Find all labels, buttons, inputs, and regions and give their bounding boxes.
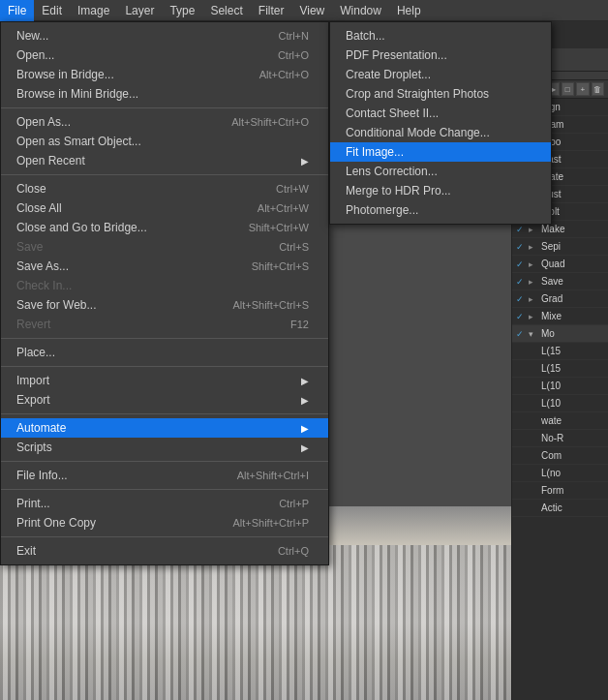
menu-select[interactable]: Select — [202, 0, 250, 21]
menu-item-label: File Info... — [16, 469, 68, 482]
menu-item-label: Close and Go to Bridge... — [16, 221, 147, 234]
menu-item-open-recent[interactable]: Open Recent▶ — [1, 151, 328, 170]
menu-item-print---[interactable]: Print...Ctrl+P — [1, 494, 328, 513]
action-check-icon: ✓ — [516, 259, 526, 269]
menu-file[interactable]: File — [0, 0, 34, 21]
menu-item-label: Save for Web... — [16, 298, 96, 312]
menu-item-file-info---[interactable]: File Info...Alt+Shift+Ctrl+I — [1, 466, 328, 485]
menu-item-label: Print One Copy — [16, 516, 96, 530]
automate-item-batch---[interactable]: Batch... — [330, 26, 551, 46]
menu-item-open-as-smart-object---[interactable]: Open as Smart Object... — [1, 132, 328, 151]
action-name: Make — [541, 224, 604, 234]
menu-item-place---[interactable]: Place... — [1, 343, 328, 362]
automate-item-crop-and-straighten-photos[interactable]: Crop and Straighten Photos — [330, 84, 551, 104]
automate-item-photomerge---[interactable]: Photomerge... — [330, 200, 551, 220]
action-check-icon: ✓ — [516, 242, 526, 252]
menu-item-export[interactable]: Export▶ — [1, 390, 328, 410]
action-check-icon: ✓ — [516, 277, 526, 287]
menu-item-open-as---[interactable]: Open As...Alt+Shift+Ctrl+O — [1, 112, 328, 132]
menu-item-print-one-copy[interactable]: Print One CopyAlt+Shift+Ctrl+P — [1, 513, 328, 533]
action-row[interactable]: Actic — [512, 500, 608, 517]
automate-item-pdf-presentation---[interactable]: PDF Presentation... — [330, 46, 551, 65]
action-row[interactable]: Com — [512, 447, 608, 465]
action-name: Mixe — [541, 311, 604, 321]
action-icon: ▸ — [529, 294, 538, 304]
automate-item-label: Batch... — [346, 29, 385, 43]
action-row[interactable]: L(10 — [512, 395, 608, 412]
automate-item-create-droplet---[interactable]: Create Droplet... — [330, 65, 551, 84]
menu-item-save: SaveCtrl+S — [1, 237, 328, 257]
action-icon: ▸ — [529, 259, 538, 269]
automate-item-merge-to-hdr-pro---[interactable]: Merge to HDR Pro... — [330, 181, 551, 200]
menu-item-label: New... — [16, 29, 48, 43]
action-row[interactable]: L(15 — [512, 360, 608, 378]
action-row[interactable]: No-R — [512, 430, 608, 447]
action-name: L(15 — [541, 363, 604, 374]
menu-shortcut: Alt+Shift+Ctrl+I — [237, 470, 309, 481]
action-row[interactable]: ✓▸Grad — [512, 290, 608, 308]
menu-item-label: Open... — [16, 48, 54, 62]
action-row[interactable]: Form — [512, 482, 608, 500]
action-row[interactable]: L(10 — [512, 378, 608, 395]
menu-item-label: Scripts — [16, 441, 52, 454]
menu-item-label: Save As... — [16, 259, 69, 273]
menu-separator — [1, 107, 328, 108]
menu-layer[interactable]: Layer — [117, 0, 162, 21]
menu-item-browse-in-bridge---[interactable]: Browse in Bridge...Alt+Ctrl+O — [1, 65, 328, 84]
action-row[interactable]: ✓▸Quad — [512, 256, 608, 273]
actions-delete-btn[interactable]: 🗑 — [592, 82, 605, 96]
action-row[interactable]: L(15 — [512, 343, 608, 360]
menu-view[interactable]: View — [291, 0, 332, 21]
menu-item-close-and-go-to-bridge---[interactable]: Close and Go to Bridge...Shift+Ctrl+W — [1, 218, 328, 237]
menu-shortcut: F12 — [290, 319, 309, 330]
menu-separator — [1, 366, 328, 367]
menu-type[interactable]: Type — [162, 0, 202, 21]
menu-item-browse-in-mini-bridge---[interactable]: Browse in Mini Bridge... — [1, 84, 328, 104]
automate-submenu: Batch...PDF Presentation...Create Drople… — [329, 21, 552, 225]
action-row[interactable]: ✓▸Mixe — [512, 308, 608, 325]
menu-item-close-all[interactable]: Close AllAlt+Ctrl+W — [1, 198, 328, 218]
action-name: No-R — [541, 433, 604, 443]
actions-folder-btn[interactable]: □ — [562, 82, 575, 96]
menu-shortcut: Ctrl+Q — [278, 545, 309, 557]
menu-item-label: Save — [16, 240, 43, 254]
menu-item-automate[interactable]: Automate▶ — [1, 418, 328, 438]
automate-item-fit-image---[interactable]: Fit Image... — [330, 142, 551, 162]
action-row[interactable]: ✓▾Mo — [512, 325, 608, 343]
action-row[interactable]: wate — [512, 412, 608, 430]
menu-shortcut: Ctrl+O — [278, 49, 309, 61]
menu-edit[interactable]: Edit — [34, 0, 70, 21]
submenu-arrow-icon: ▶ — [301, 376, 309, 386]
menu-item-open---[interactable]: Open...Ctrl+O — [1, 46, 328, 65]
automate-item-lens-correction---[interactable]: Lens Correction... — [330, 162, 551, 181]
submenu-arrow-icon: ▶ — [301, 395, 309, 406]
menu-filter[interactable]: Filter — [251, 0, 292, 21]
menu-item-label: Revert — [16, 318, 50, 331]
menu-window[interactable]: Window — [332, 0, 389, 21]
menu-item-label: Place... — [16, 346, 55, 359]
automate-item-label: Merge to HDR Pro... — [346, 184, 451, 198]
menu-item-new---[interactable]: New...Ctrl+N — [1, 26, 328, 46]
menu-item-label: Print... — [16, 497, 50, 510]
menu-item-scripts[interactable]: Scripts▶ — [1, 438, 328, 457]
actions-new-btn[interactable]: + — [576, 82, 590, 96]
automate-item-conditional-mode-change---[interactable]: Conditional Mode Change... — [330, 123, 551, 142]
action-row[interactable]: ✓▸Save — [512, 273, 608, 290]
action-name: L(10 — [541, 380, 604, 391]
menu-item-import[interactable]: Import▶ — [1, 371, 328, 390]
action-row[interactable]: L(no — [512, 465, 608, 482]
menu-help[interactable]: Help — [389, 0, 429, 21]
folder-open-icon: ▾ — [529, 329, 538, 339]
action-check-icon: ✓ — [516, 225, 526, 234]
menu-item-close[interactable]: CloseCtrl+W — [1, 179, 328, 198]
menu-image[interactable]: Image — [70, 0, 117, 21]
menu-item-exit[interactable]: ExitCtrl+Q — [1, 541, 328, 561]
automate-item-contact-sheet-ii---[interactable]: Contact Sheet II... — [330, 104, 551, 123]
menu-item-save-for-web---[interactable]: Save for Web...Alt+Shift+Ctrl+S — [1, 295, 328, 315]
menu-item-save-as---[interactable]: Save As...Shift+Ctrl+S — [1, 257, 328, 276]
automate-item-label: Lens Correction... — [346, 165, 438, 178]
action-row[interactable]: ✓▸Sepi — [512, 238, 608, 256]
menu-item-label: Browse in Bridge... — [16, 68, 114, 81]
action-name: L(no — [541, 468, 604, 478]
menu-bar: File Edit Image Layer Type Select Filter… — [0, 0, 608, 21]
